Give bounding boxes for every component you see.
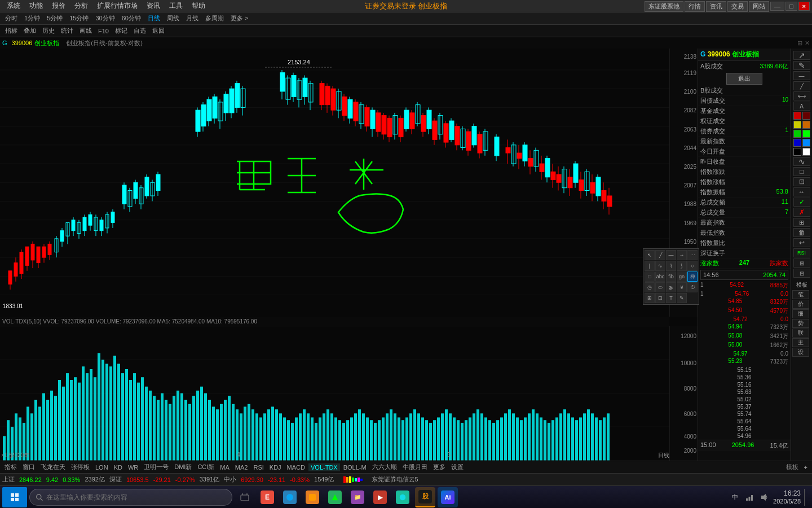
color-black[interactable]: [793, 148, 801, 156]
menu-extend[interactable]: 扩展行情市场: [92, 1, 142, 11]
bi-feilong[interactable]: 飞龙在天: [38, 462, 68, 472]
dp-gann-icon[interactable]: gn: [677, 271, 687, 282]
dp-fib-icon[interactable]: fib: [666, 271, 676, 282]
dp-h-icon[interactable]: —: [666, 250, 676, 260]
dp-rect-icon[interactable]: □: [645, 271, 655, 282]
bi-more[interactable]: 更多: [431, 462, 448, 472]
taskbar-icon-1[interactable]: E: [257, 487, 277, 507]
bi-zhangting[interactable]: 张停板: [69, 462, 92, 472]
bi-cci[interactable]: CCI新: [195, 462, 217, 472]
start-button[interactable]: [2, 487, 27, 507]
color-red[interactable]: [793, 112, 801, 120]
search-input[interactable]: [46, 493, 226, 501]
rsi-btn[interactable]: RSI: [793, 248, 810, 257]
color-yellow[interactable]: [793, 121, 801, 129]
bi-rsi[interactable]: RSI: [251, 463, 266, 471]
period-weekly[interactable]: 周线: [164, 14, 182, 23]
color-lightgreen[interactable]: [802, 130, 810, 138]
dp-time-icon[interactable]: ⏱: [687, 282, 698, 292]
taskbar-icon-6[interactable]: ▶: [370, 487, 390, 507]
draw-arrow-icon[interactable]: ↗: [793, 51, 810, 60]
dp-line-icon[interactable]: ╱: [655, 250, 665, 260]
chart-expand-icon[interactable]: ⊞: [797, 40, 802, 47]
bi-settings[interactable]: 设置: [449, 462, 466, 472]
tool-2-icon[interactable]: ⊟: [793, 269, 810, 278]
color-lightblue[interactable]: [802, 139, 810, 147]
ai-button[interactable]: Ai: [438, 487, 458, 507]
close-btn[interactable]: ×: [798, 2, 810, 11]
taskbar-icon-4[interactable]: [325, 487, 345, 507]
taskbar-icon-7[interactable]: [392, 487, 413, 507]
btn-settings[interactable]: 设: [792, 348, 809, 357]
draw-check-icon[interactable]: ✓: [793, 198, 810, 207]
bi-window[interactable]: 窗口: [20, 462, 37, 472]
search-bar[interactable]: [29, 489, 232, 506]
tool-1-icon[interactable]: ⊞: [793, 259, 810, 268]
menu-help[interactable]: 帮助: [187, 1, 210, 11]
trade-btn[interactable]: 交易: [727, 1, 748, 12]
taskbar-icon-trading[interactable]: 股: [415, 487, 435, 507]
draw-line-icon[interactable]: —: [793, 71, 810, 80]
tool-indicator[interactable]: 指标: [2, 26, 20, 36]
dp-dash-icon[interactable]: ⋯: [687, 250, 698, 260]
menu-quote[interactable]: 报价: [47, 1, 70, 11]
color-white[interactable]: [802, 148, 810, 156]
color-darkred[interactable]: [802, 112, 810, 120]
tool-watch[interactable]: 自选: [131, 26, 149, 36]
draw-rect2-icon[interactable]: ⊡: [793, 177, 810, 186]
period-1m[interactable]: 1分钟: [21, 14, 43, 23]
draw-pen-icon[interactable]: ✎: [793, 61, 810, 70]
rp-exit-btn[interactable]: 退出: [726, 73, 762, 85]
draw-copy-icon[interactable]: ⊞: [793, 218, 810, 227]
bi-kdj[interactable]: KDJ: [267, 463, 284, 471]
show-desktop-btn[interactable]: [804, 489, 807, 506]
menu-system[interactable]: 系统: [2, 1, 25, 11]
dp-special1-icon[interactable]: ⊞: [645, 293, 655, 303]
tool-draw[interactable]: 画线: [77, 26, 95, 36]
dp-arrow-icon[interactable]: →: [677, 250, 687, 260]
website-btn[interactable]: 网站: [749, 1, 769, 12]
tool-stat[interactable]: 统计: [58, 26, 76, 36]
dp-chan-icon[interactable]: 禅: [687, 271, 698, 282]
btn-fine[interactable]: 细: [792, 309, 809, 318]
taskview-btn[interactable]: [235, 487, 255, 507]
chart-area[interactable]: 2138 2119 2100 2082 2063 2044 2025 2007 …: [0, 49, 698, 461]
dp-fan-icon[interactable]: ⟆: [677, 261, 687, 271]
tool-mark[interactable]: 标记: [112, 26, 130, 36]
template-label[interactable]: 模板: [786, 463, 798, 471]
period-30m[interactable]: 30分钟: [93, 14, 118, 23]
tool-history[interactable]: 历史: [39, 26, 58, 36]
btn-main[interactable]: 主: [792, 338, 809, 347]
menu-tools[interactable]: 工具: [165, 1, 187, 11]
dp-vert-icon[interactable]: |: [645, 261, 655, 271]
btn-trend[interactable]: 势: [792, 319, 809, 328]
btn-pen[interactable]: 笔: [792, 290, 809, 299]
dp-special2-icon[interactable]: ⊡: [655, 293, 665, 303]
menu-analysis[interactable]: 分析: [70, 1, 92, 11]
bi-ma[interactable]: MA: [218, 463, 232, 471]
color-orange[interactable]: [802, 121, 810, 129]
period-more[interactable]: 更多 >: [228, 14, 251, 23]
btn-link[interactable]: 联: [792, 329, 809, 338]
bi-weiming[interactable]: 卫明一号: [142, 462, 171, 472]
bi-macd[interactable]: MACD: [285, 463, 307, 471]
news-btn[interactable]: 资讯: [706, 1, 726, 12]
draw-rect-icon[interactable]: □: [793, 167, 810, 176]
draw-hline-icon[interactable]: ⟷: [793, 91, 810, 100]
draw-line2-icon[interactable]: ╱: [793, 81, 810, 90]
draw-arrow-lr-icon[interactable]: ↔: [793, 187, 810, 196]
tool-back[interactable]: 返回: [149, 26, 167, 36]
period-15m[interactable]: 15分钟: [67, 14, 91, 23]
bi-wr[interactable]: WR: [126, 463, 140, 471]
menu-info[interactable]: 资讯: [142, 1, 165, 11]
dp-price-icon[interactable]: ¥: [677, 282, 687, 292]
bi-voldtx[interactable]: VOL-TDX: [308, 463, 340, 471]
dp-wave-icon[interactable]: ∿: [655, 261, 665, 271]
period-60m[interactable]: 60分钟: [119, 14, 144, 23]
period-fen[interactable]: 分时: [2, 14, 20, 23]
dp-ellipse-icon[interactable]: ⬭: [655, 282, 665, 292]
minimize-btn[interactable]: —: [770, 2, 784, 11]
draw-x-icon[interactable]: ✗: [793, 208, 810, 217]
draw-text-icon[interactable]: A: [793, 102, 810, 111]
bi-niru[interactable]: 牛股月田: [400, 462, 430, 472]
